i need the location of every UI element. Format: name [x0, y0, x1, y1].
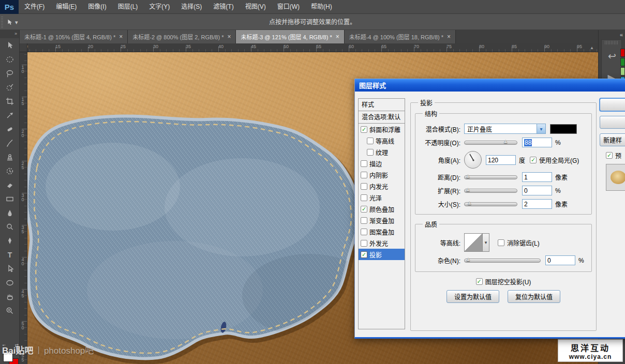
- blur-tool[interactable]: [0, 206, 20, 220]
- menu-image[interactable]: 图像(I): [82, 0, 112, 14]
- menu-select[interactable]: 选择(S): [175, 0, 207, 14]
- eyedropper-tool[interactable]: [0, 108, 20, 122]
- crop-tool[interactable]: [0, 94, 20, 108]
- style-outer-glow[interactable]: ✓ 外发光: [359, 237, 405, 249]
- spot-healing-brush-tool[interactable]: [0, 122, 20, 136]
- checkbox-unchecked[interactable]: ✓: [361, 172, 367, 178]
- brush-tool[interactable]: [0, 136, 20, 150]
- spread-input[interactable]: 0: [522, 186, 552, 195]
- blending-options-row[interactable]: 混合选项:默认: [359, 111, 405, 124]
- blend-mode-select[interactable]: 正片叠底 ▾: [464, 124, 546, 134]
- style-pattern-overlay[interactable]: ✓ 图案叠加: [359, 226, 405, 237]
- tab-untitled-1[interactable]: 未标题-1 @ 105% (图层 4, RGB/8) * ×: [20, 30, 128, 43]
- opacity-slider[interactable]: ▲: [464, 141, 517, 145]
- contour-dropdown-icon[interactable]: ▾: [483, 233, 489, 252]
- menu-help[interactable]: 帮助(H): [305, 0, 338, 14]
- move-tool-preset[interactable]: ▾: [6, 17, 29, 28]
- noise-slider[interactable]: ▲: [464, 259, 541, 263]
- checkbox-unchecked[interactable]: ✓: [367, 149, 374, 156]
- swatch-green[interactable]: [620, 58, 625, 66]
- checkbox-unchecked[interactable]: ✓: [361, 240, 367, 247]
- quick-selection-tool[interactable]: [0, 80, 20, 94]
- distance-input[interactable]: 1: [522, 172, 552, 182]
- angle-input[interactable]: 120: [486, 155, 516, 165]
- horizontal-ruler[interactable]: 10 15 20 25 30 35 40 45 50 55 60 65 70 7…: [20, 43, 598, 52]
- close-icon[interactable]: ×: [336, 33, 339, 40]
- slider-thumb[interactable]: ▲: [503, 138, 509, 144]
- set-default-button[interactable]: 设置为默认值: [447, 290, 499, 303]
- collapse-panels-icon[interactable]: «: [620, 32, 622, 38]
- eraser-tool[interactable]: [0, 178, 20, 192]
- style-satin[interactable]: ✓ 光泽: [359, 192, 405, 203]
- panel-grip[interactable]: [605, 41, 618, 44]
- menu-type[interactable]: 文字(Y): [143, 0, 175, 14]
- checkbox-unchecked[interactable]: ✓: [361, 160, 367, 167]
- menu-filter[interactable]: 滤镜(T): [207, 0, 239, 14]
- zoom-tool[interactable]: [0, 304, 20, 317]
- caret-down-icon[interactable]: ▾: [15, 19, 18, 26]
- layer-knockout-checkbox[interactable]: ✓ 图层挖空投影(U): [476, 277, 531, 286]
- type-tool[interactable]: T: [0, 248, 20, 262]
- gradient-tool[interactable]: [0, 192, 20, 206]
- slider-thumb[interactable]: ▲: [465, 186, 471, 192]
- clone-stamp-tool[interactable]: [0, 150, 20, 164]
- angle-dial[interactable]: [464, 151, 482, 169]
- close-icon[interactable]: ×: [447, 33, 451, 40]
- style-contour[interactable]: ✓ 等高线: [359, 135, 405, 146]
- distance-slider[interactable]: ▲: [464, 175, 517, 179]
- style-texture[interactable]: ✓ 纹理: [359, 146, 405, 158]
- size-input[interactable]: 2: [522, 199, 552, 209]
- slider-thumb[interactable]: ▲: [465, 256, 471, 262]
- hand-tool[interactable]: [0, 290, 20, 304]
- menu-view[interactable]: 视图(V): [240, 0, 272, 14]
- use-global-light-checkbox[interactable]: ✓ 使用全局光(G): [530, 156, 579, 164]
- contour-picker[interactable]: [464, 233, 483, 252]
- checkbox-unchecked[interactable]: ✓: [361, 229, 367, 235]
- opacity-input[interactable]: 88: [522, 138, 552, 147]
- checkbox-checked[interactable]: ✓: [361, 206, 367, 213]
- vertical-ruler[interactable]: 10 15 20 25 30 35 40 45 50 55: [20, 52, 27, 364]
- checkbox-checked[interactable]: ✓: [361, 251, 367, 258]
- reset-default-button[interactable]: 复位为默认值: [508, 290, 560, 303]
- history-brush-tool[interactable]: [0, 164, 20, 178]
- menu-window[interactable]: 窗口(W): [272, 0, 305, 14]
- new-style-button[interactable]: 新建样: [600, 133, 625, 146]
- style-inner-glow[interactable]: ✓ 内发光: [359, 180, 405, 192]
- shape-tool[interactable]: [0, 276, 20, 290]
- swatch-light-green[interactable]: [620, 67, 625, 75]
- checkbox-unchecked[interactable]: ✓: [361, 194, 367, 201]
- checkbox-unchecked[interactable]: ✓: [361, 183, 367, 190]
- style-inner-shadow[interactable]: ✓ 内阴影: [359, 169, 405, 180]
- scroll-up-icon[interactable]: ▲: [590, 46, 594, 50]
- styles-header[interactable]: 样式: [359, 99, 405, 111]
- checkbox-unchecked[interactable]: ✓: [367, 138, 374, 144]
- style-stroke[interactable]: ✓ 描边: [359, 158, 405, 169]
- pen-tool[interactable]: [0, 234, 20, 248]
- lasso-tool[interactable]: [0, 66, 20, 80]
- shadow-color-swatch[interactable]: [550, 124, 577, 134]
- dodge-tool[interactable]: [0, 220, 20, 234]
- size-slider[interactable]: ▲: [464, 202, 517, 206]
- menu-file[interactable]: 文件(F): [19, 0, 50, 14]
- dialog-title-bar[interactable]: 图层样式: [355, 79, 625, 92]
- cancel-button[interactable]: [600, 116, 625, 129]
- spread-slider[interactable]: ▲: [464, 189, 517, 193]
- checkbox-unchecked[interactable]: ✓: [361, 217, 367, 224]
- style-gradient-overlay[interactable]: ✓ 渐变叠加: [359, 215, 405, 226]
- path-selection-tool[interactable]: [0, 262, 20, 276]
- chevron-down-icon[interactable]: ▾: [537, 124, 545, 133]
- tab-untitled-4[interactable]: 未标题-4 @ 100% (图层 18, RGB/8) * ×: [345, 30, 456, 43]
- marquee-tool[interactable]: [0, 52, 20, 66]
- ok-button[interactable]: [600, 98, 625, 111]
- close-icon[interactable]: ×: [227, 33, 231, 40]
- style-bevel-emboss[interactable]: ✓ 斜面和浮雕: [359, 124, 405, 135]
- tab-untitled-3-active[interactable]: 未标题-3 @ 121% (图层 4, RGB/8) * ×: [236, 30, 344, 43]
- style-drop-shadow-selected[interactable]: ✓ 投影: [359, 249, 405, 260]
- preview-checkbox[interactable]: ✓ 预: [606, 151, 625, 160]
- swatch-red[interactable]: [620, 49, 625, 57]
- menu-edit[interactable]: 编辑(E): [50, 0, 82, 14]
- tab-untitled-2[interactable]: 未标题-2 @ 800% (图层 2, RGB/8) * ×: [128, 30, 236, 43]
- noise-input[interactable]: 0: [545, 255, 575, 265]
- slider-thumb[interactable]: ▲: [465, 173, 471, 179]
- move-tool[interactable]: [0, 38, 20, 52]
